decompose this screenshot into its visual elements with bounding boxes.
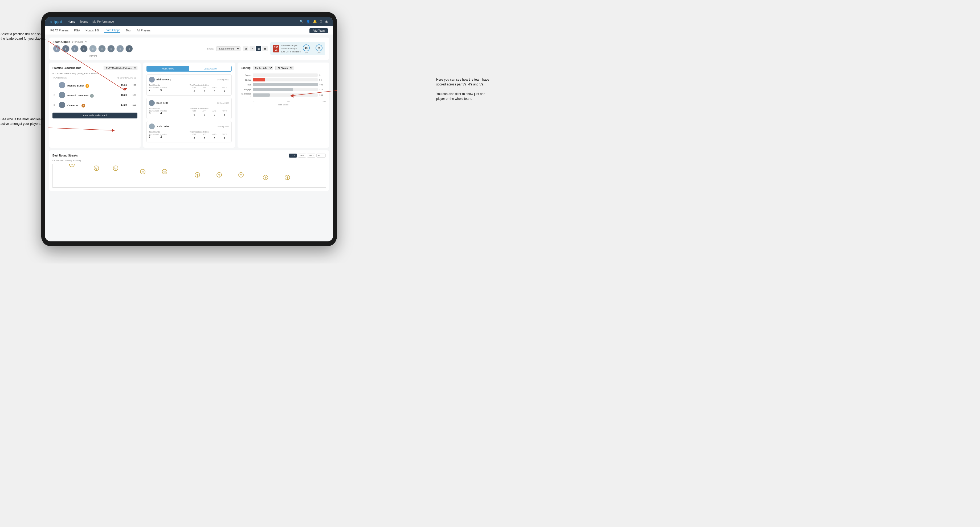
- drill-select[interactable]: PUTT Must Make Putting...: [103, 66, 137, 70]
- player-avatar-3[interactable]: ●: [71, 45, 78, 52]
- players-label: Players: [53, 55, 133, 57]
- subnav-tour[interactable]: Tour: [126, 29, 131, 32]
- bar-label: Birdies: [241, 79, 251, 81]
- shot-info: Shot Dist: 16 yds Start Lie: Rough End L…: [281, 44, 301, 53]
- edit-icon[interactable]: ✎: [85, 40, 87, 43]
- practice-activities-label: Total Practice Activities: [189, 108, 229, 110]
- nav-teams[interactable]: Teams: [80, 20, 88, 23]
- lb-rank-badge: 2: [90, 94, 94, 98]
- activity-card: Josh Coles 26 Aug 2023 Total Rounds Tour…: [146, 121, 231, 142]
- scoring-filter-1[interactable]: Par 3, 4 & 5s: [253, 66, 273, 70]
- player-avatar-5[interactable]: ●: [89, 45, 97, 52]
- activity-date: 26 Aug 2023: [217, 125, 229, 128]
- total-rounds-label: Total Rounds: [149, 131, 189, 133]
- lb-rank: 2: [54, 94, 57, 96]
- list-view-icon[interactable]: ≡: [250, 46, 255, 51]
- view-leaderboard-button[interactable]: View Full Leaderboard: [52, 113, 137, 119]
- lb-rank: 3: [54, 104, 57, 106]
- scoring-filter-2[interactable]: All Players: [275, 66, 293, 70]
- activity-player-name: Blair McHarg: [156, 78, 215, 81]
- card-view-icon[interactable]: ▦: [256, 46, 261, 51]
- streaks-tab-ott[interactable]: OTT: [289, 154, 297, 157]
- player-avatar-8[interactable]: ●: [116, 45, 124, 52]
- bell-icon[interactable]: 🔔: [313, 20, 317, 24]
- bar-fill: [253, 88, 293, 91]
- practice-activities-group: Total Practice Activities OTT0 APP0 ARG0…: [189, 131, 229, 140]
- lb-name-col: Richard Butler 1: [67, 83, 116, 88]
- activity-avatar: [149, 100, 155, 106]
- player-avatar-9[interactable]: ●: [126, 45, 133, 52]
- practice-label: Practice: [160, 110, 167, 112]
- player-avatar-4[interactable]: ●: [80, 45, 88, 52]
- player-avatar-1[interactable]: ●: [53, 45, 60, 52]
- subnav-pgat[interactable]: PGAT Players: [50, 29, 69, 32]
- activity-avatar: [149, 77, 155, 83]
- practice-sub-values: OTT0 APP0 ARG0 PUTT1: [189, 86, 229, 93]
- tournament-value: 8: [149, 112, 159, 115]
- tab-most-active[interactable]: Most Active: [147, 66, 189, 71]
- practice-activities-label: Total Practice Activities: [189, 131, 229, 133]
- bar-track: [253, 78, 318, 81]
- detail-view-icon[interactable]: ☰: [262, 46, 268, 51]
- shot-card: 198 yc Shot Dist: 16 yds Start Lie: Roug…: [270, 42, 325, 56]
- total-rounds-group: Total Rounds Tournament 8 Practice 4: [149, 108, 189, 117]
- nav-my-performance[interactable]: My Performance: [92, 20, 114, 23]
- streak-dot: 7x: [69, 163, 75, 167]
- activity-date: 02 Sep 2023: [217, 102, 229, 104]
- total-rounds-label: Total Rounds: [149, 108, 189, 110]
- team-title: Team Clippd 14 Players ✎: [53, 40, 133, 43]
- user-avatar-icon[interactable]: ◉: [325, 20, 328, 24]
- bar-fill: [253, 83, 318, 86]
- activity-panel: Most Active Least Active Blair McHarg 26…: [143, 62, 235, 148]
- grid-view-icon[interactable]: ⊞: [243, 46, 248, 51]
- subnav-team-clippd[interactable]: Team Clippd: [104, 29, 120, 33]
- subnav-hcaps[interactable]: Hcaps 1-5: [86, 29, 99, 32]
- bar-value: 311: [319, 88, 326, 91]
- activity-card-header: Rees Britt 02 Sep 2023: [149, 100, 229, 106]
- streaks-tab-putt[interactable]: PUTT: [317, 154, 326, 157]
- tab-least-active[interactable]: Least Active: [189, 66, 231, 71]
- lb-rank-badge: 1: [86, 84, 89, 88]
- player-avatar-7[interactable]: ●: [107, 45, 115, 52]
- show-select[interactable]: Last 3 months Last 6 months Last year: [216, 46, 240, 51]
- nav-home[interactable]: Home: [67, 20, 75, 23]
- lb-player-name: Edward Crossman: [67, 94, 88, 97]
- shot-badge: 198 yc: [273, 45, 279, 52]
- streak-line: [219, 174, 220, 178]
- add-team-button[interactable]: Add Team: [309, 28, 328, 33]
- streaks-tab-arg[interactable]: ARG: [307, 154, 315, 157]
- lb-avatar: [59, 92, 65, 98]
- streaks-tab-app[interactable]: APP: [298, 154, 306, 157]
- annotation-right-1: Here you can see how the team have score…: [436, 77, 490, 101]
- practice-label: Practice: [160, 133, 167, 135]
- bar-row: D. Bogeys + 131: [241, 93, 326, 97]
- streak-line: [143, 172, 143, 174]
- bar-track: [253, 83, 318, 86]
- search-icon[interactable]: 🔍: [300, 20, 304, 24]
- lb-score: 19/20: [118, 84, 127, 86]
- bar-fill: [253, 73, 253, 77]
- bar-fill: [253, 94, 270, 97]
- shot-circles: 16 yds → 0 yds: [303, 44, 323, 53]
- practice-sub-values: OTT0 APP0 ARG0 PUTT1: [189, 110, 229, 117]
- streak-line: [287, 176, 288, 180]
- lb-avatar: [59, 102, 65, 108]
- people-icon[interactable]: 👤: [306, 20, 310, 24]
- player-avatar-2[interactable]: ●: [62, 45, 70, 52]
- streak-dot: 6x: [113, 165, 118, 171]
- leaderboard-col-headers: PLAYER NAME PB SCORE PB AVG SQ: [52, 77, 137, 79]
- bar-label: Pars: [241, 84, 251, 86]
- streaks-title: Best Round Streaks: [52, 154, 78, 157]
- subnav-all-players[interactable]: All Players: [137, 29, 151, 32]
- player-avatar-6[interactable]: ●: [98, 45, 106, 52]
- bar-row: Birdies 96: [241, 78, 326, 81]
- lb-score: 18/20: [118, 94, 127, 96]
- streaks-header: Best Round Streaks OTTAPPARGPUTT: [52, 154, 326, 157]
- settings-icon[interactable]: ⚙: [320, 20, 323, 24]
- lb-player-name: Richard Butler: [67, 84, 84, 87]
- streak-dot: 4x: [216, 172, 222, 178]
- subnav-pga[interactable]: PGA: [74, 29, 80, 32]
- chart-x-labels: 0 200 400: [241, 100, 326, 103]
- tournament-value: 7: [149, 88, 159, 91]
- practice-activities-group: Total Practice Activities OTT0 APP0 ARG0…: [189, 108, 229, 117]
